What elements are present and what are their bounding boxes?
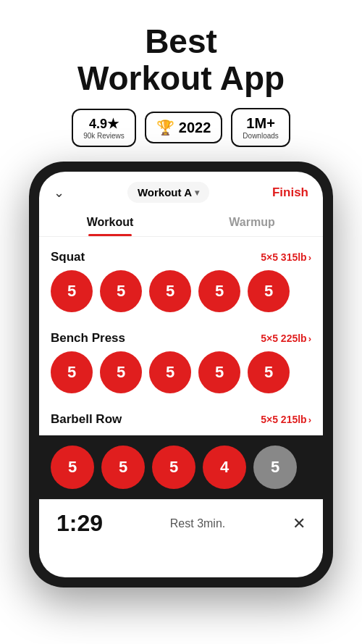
- arrow-right-icon-2: ›: [308, 333, 311, 344]
- trophy-icon: 🏆: [156, 119, 174, 136]
- phone-mockup: ⌄ Workout A ▾ Finish Workout Warmup: [29, 162, 333, 587]
- bottom-reps-bar: 5 5 5 4 5: [39, 435, 323, 499]
- rating-value: 4.9★: [89, 116, 119, 132]
- page-header: Best Workout App: [0, 0, 362, 108]
- exercise-bench: Bench Press 5×5 225lb › 5 5 5 5 5: [39, 321, 323, 402]
- barbell-rep-2[interactable]: 5: [101, 446, 145, 489]
- timer-label: Rest 3min.: [170, 517, 225, 530]
- tab-warmup[interactable]: Warmup: [181, 209, 323, 236]
- phone-screen: ⌄ Workout A ▾ Finish Workout Warmup: [39, 172, 323, 577]
- exercise-barbell-sets[interactable]: 5×5 215lb ›: [261, 414, 311, 425]
- award-year: 2022: [179, 120, 211, 136]
- squat-rep-5[interactable]: 5: [248, 270, 290, 312]
- downloads-sub: Downloads: [243, 132, 278, 140]
- exercise-barbell: Barbell Row 5×5 215lb ›: [39, 402, 323, 432]
- workout-tabs: Workout Warmup: [39, 209, 323, 237]
- barbell-rep-3[interactable]: 5: [152, 446, 195, 489]
- exercise-squat-sets[interactable]: 5×5 315lb ›: [261, 251, 311, 263]
- bench-rep-4[interactable]: 5: [198, 351, 240, 393]
- timer-time: 1:29: [56, 510, 103, 537]
- bench-rep-5[interactable]: 5: [248, 351, 290, 393]
- rating-badge: 4.9★ 90k Reviews: [72, 109, 136, 147]
- close-icon[interactable]: ✕: [292, 514, 306, 533]
- barbell-rep-1[interactable]: 5: [51, 446, 94, 489]
- chevron-down-icon[interactable]: ⌄: [54, 185, 64, 201]
- exercise-bench-sets[interactable]: 5×5 225lb ›: [261, 333, 311, 344]
- exercise-squat-header: Squat 5×5 315lb ›: [51, 240, 311, 270]
- bench-rep-3[interactable]: 5: [149, 351, 191, 393]
- exercise-bench-header: Bench Press 5×5 225lb ›: [51, 321, 311, 351]
- phone-topbar: ⌄ Workout A ▾ Finish: [39, 172, 323, 209]
- award-badge: 🏆 2022: [145, 112, 223, 143]
- rating-sub: 90k Reviews: [83, 132, 125, 140]
- exercise-bench-name: Bench Press: [51, 331, 125, 346]
- barbell-rep-4[interactable]: 4: [203, 446, 246, 489]
- exercise-barbell-header: Barbell Row 5×5 215lb ›: [51, 402, 311, 432]
- squat-rep-4[interactable]: 5: [198, 270, 240, 312]
- finish-button[interactable]: Finish: [272, 185, 308, 200]
- squat-rep-2[interactable]: 5: [100, 270, 142, 312]
- exercise-squat: Squat 5×5 315lb › 5 5 5 5 5: [39, 240, 323, 321]
- downloads-badge: 1M+ Downloads: [231, 108, 290, 147]
- workout-selector[interactable]: Workout A ▾: [127, 182, 209, 203]
- page-title: Best Workout App: [14, 23, 348, 96]
- arrow-right-icon-3: ›: [308, 414, 311, 425]
- squat-rep-1[interactable]: 5: [51, 270, 93, 312]
- caret-icon: ▾: [195, 188, 199, 198]
- downloads-value: 1M+: [246, 115, 274, 132]
- workout-selector-label: Workout A: [138, 186, 192, 198]
- tab-workout[interactable]: Workout: [39, 209, 181, 236]
- squat-rep-3[interactable]: 5: [149, 270, 191, 312]
- exercise-squat-name: Squat: [51, 250, 85, 264]
- bench-reps: 5 5 5 5 5: [51, 351, 311, 402]
- bench-rep-2[interactable]: 5: [100, 351, 142, 393]
- bench-rep-1[interactable]: 5: [51, 351, 93, 393]
- exercise-barbell-name: Barbell Row: [51, 412, 122, 427]
- squat-reps: 5 5 5 5 5: [51, 270, 311, 321]
- arrow-right-icon: ›: [308, 252, 311, 263]
- barbell-rep-5[interactable]: 5: [253, 446, 297, 489]
- rest-timer: 1:29 Rest 3min. ✕: [39, 499, 323, 547]
- badges-row: 4.9★ 90k Reviews 🏆 2022 1M+ Downloads: [72, 108, 290, 147]
- phone-frame: ⌄ Workout A ▾ Finish Workout Warmup: [29, 162, 333, 587]
